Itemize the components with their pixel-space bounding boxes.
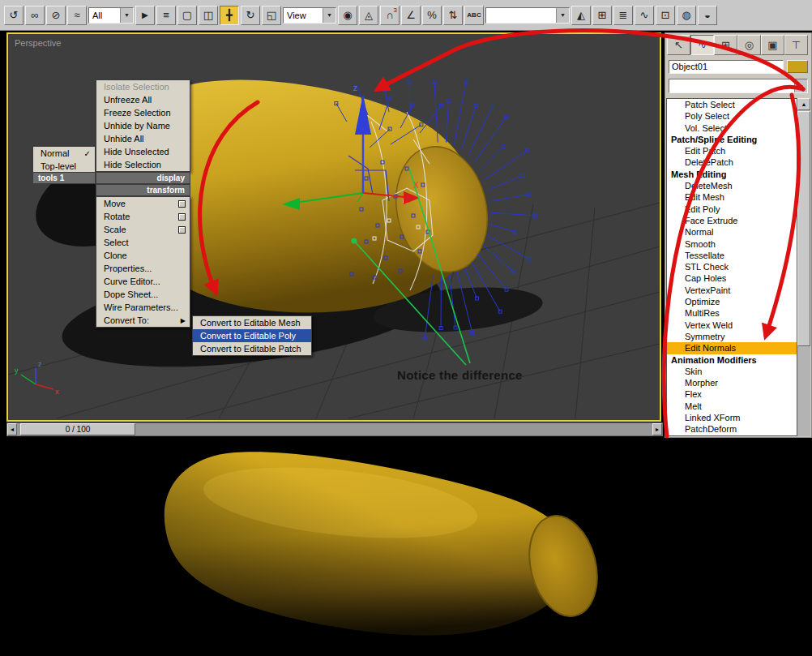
undo-icon[interactable]: ↺ <box>4 6 24 25</box>
align-icon[interactable]: ⊞ <box>592 6 612 25</box>
modifier-list-item[interactable]: Edit Mesh <box>667 191 797 203</box>
modifier-list-item[interactable]: PathDeform <box>667 435 797 436</box>
settings-box-icon[interactable] <box>178 226 186 234</box>
select-and-rotate-icon[interactable]: ↻ <box>241 6 260 25</box>
modifier-list-item[interactable]: Smooth <box>667 238 797 250</box>
modifier-list-scrollbar[interactable]: ▲ <box>797 98 810 436</box>
menu-item-hide-unselected[interactable]: Hide Unselected <box>96 145 190 158</box>
menu-item-wire-parameters[interactable]: Wire Parameters... <box>96 301 190 314</box>
reference-coordinate-system-dropdown[interactable]: View▼ <box>283 7 336 24</box>
modifier-list-item[interactable]: PatchDeform <box>667 423 797 435</box>
bind-to-space-warp-icon[interactable]: ≈ <box>67 6 87 25</box>
menu-item-unhide-by-name[interactable]: Unhide by Name <box>96 119 190 132</box>
use-pivot-point-center-icon[interactable]: ◉ <box>338 6 357 25</box>
modifier-list-combobox[interactable]: ▼ <box>669 79 808 93</box>
menu-item-move[interactable]: Move <box>96 197 190 210</box>
menu-item-unhide-all[interactable]: Unhide All <box>96 132 190 145</box>
timeline-prev-frame-button[interactable]: ◂ <box>7 423 17 435</box>
menu-item-unfreeze-all[interactable]: Unfreeze All <box>96 93 190 106</box>
modifier-list-item[interactable]: Symmetry <box>667 331 797 342</box>
dropdown-arrow-icon[interactable]: ▼ <box>120 8 133 23</box>
modifier-list-item[interactable]: Morpher <box>667 377 797 388</box>
schematic-view-icon[interactable]: ⊡ <box>656 6 675 25</box>
settings-box-icon[interactable] <box>178 213 186 221</box>
menu-item-select[interactable]: Select <box>96 236 190 249</box>
window-crossing-toggle-icon[interactable]: ◫ <box>199 6 218 25</box>
selection-filter-dropdown[interactable]: All▼ <box>88 7 134 24</box>
named-selection-sets-dropdown[interactable]: ▼ <box>485 7 570 24</box>
curve-editor-icon[interactable]: ∿ <box>635 6 654 25</box>
modifier-list-item[interactable]: Tessellate <box>667 250 797 261</box>
mirror-icon[interactable]: ◭ <box>571 6 591 25</box>
select-and-uniform-scale-icon[interactable]: ◱ <box>262 6 281 25</box>
combobox-dropdown-arrow-icon[interactable]: ▼ <box>794 79 807 92</box>
scrollbar-thumb[interactable] <box>797 111 810 346</box>
snap-toggle-icon[interactable]: ∩3 <box>380 6 400 25</box>
menu-item-curve-editor[interactable]: Curve Editor... <box>96 275 190 288</box>
menu-item-top-level[interactable]: Top-level <box>33 160 95 173</box>
tab-create[interactable]: ↖ <box>667 35 690 55</box>
modifier-list-item[interactable]: Optimize <box>667 296 797 307</box>
settings-box-icon[interactable] <box>178 200 186 208</box>
menu-item-convert-to-editable-mesh[interactable]: Convert to Editable Mesh <box>193 316 311 329</box>
select-and-link-icon[interactable]: ∞ <box>25 6 45 25</box>
modifier-list-item[interactable]: STL Check <box>667 261 797 272</box>
render-scene-icon[interactable]: ◒ <box>698 6 717 25</box>
modifier-list-item[interactable]: Skin <box>667 366 797 377</box>
angle-snap-toggle-icon[interactable]: ∠ <box>401 6 421 25</box>
menu-item-freeze-selection[interactable]: Freeze Selection <box>96 106 190 119</box>
menu-item-dope-sheet[interactable]: Dope Sheet... <box>96 288 190 301</box>
modifier-list-item[interactable]: MultiRes <box>667 307 797 319</box>
modifier-list-item[interactable]: Linked XForm <box>667 412 797 423</box>
modifier-list-item[interactable]: Patch Select <box>667 99 797 110</box>
dropdown-arrow-icon[interactable]: ▼ <box>323 8 335 23</box>
modifier-list-item[interactable]: Vertex Weld <box>667 319 797 331</box>
select-object-icon[interactable]: ► <box>135 6 155 25</box>
modifier-list-item[interactable]: Face Extrude <box>667 215 797 226</box>
dropdown-arrow-icon[interactable]: ▼ <box>556 8 569 23</box>
modifier-list-item[interactable]: Poly Select <box>667 110 797 122</box>
modifier-list-item[interactable]: DeleteMesh <box>667 180 797 191</box>
viewport-perspective[interactable]: X z z x y Perspective Notice the differe… <box>6 32 661 422</box>
layer-manager-icon[interactable]: ≣ <box>613 6 633 25</box>
menu-item-convert-to[interactable]: Convert To:▶ <box>96 314 190 327</box>
object-name-field[interactable]: Object01 <box>669 60 784 74</box>
spinner-snap-toggle-icon[interactable]: ⇅ <box>443 6 463 25</box>
modifier-list-item[interactable]: Melt <box>667 401 797 412</box>
modifier-list-item[interactable]: Flex <box>667 388 797 400</box>
time-slider[interactable]: 0 / 100 <box>20 423 135 435</box>
menu-item-properties[interactable]: Properties... <box>96 262 190 275</box>
menu-item-clone[interactable]: Clone <box>96 249 190 262</box>
tab-display[interactable]: ▣ <box>761 35 784 55</box>
menu-item-hide-selection[interactable]: Hide Selection <box>96 158 190 171</box>
modifier-list-item[interactable]: Edit Poly <box>667 204 797 215</box>
modifier-list-item[interactable]: Normal <box>667 226 797 238</box>
object-color-swatch[interactable] <box>787 60 808 73</box>
tab-modify[interactable]: ∿ <box>690 35 714 55</box>
menu-item-convert-to-editable-patch[interactable]: Convert to Editable Patch <box>193 342 311 355</box>
tab-motion[interactable]: ◎ <box>737 35 761 55</box>
modifier-list-item[interactable]: Edit Normals <box>667 342 797 354</box>
select-and-move-icon[interactable]: ╋ <box>220 6 239 25</box>
modifier-list-item[interactable]: Cap Holes <box>667 272 797 284</box>
unlink-selection-icon[interactable]: ⊘ <box>46 6 66 25</box>
menu-item-normal[interactable]: Normal✓ <box>33 147 95 160</box>
material-editor-icon[interactable]: ◍ <box>677 6 696 25</box>
timeline-track[interactable]: 0 / 100 <box>17 423 652 435</box>
timeline-next-frame-button[interactable]: ▸ <box>652 423 662 435</box>
percent-snap-toggle-icon[interactable]: % <box>422 6 442 25</box>
modifier-list-item[interactable]: Vol. Select <box>667 122 797 134</box>
modifier-list-item[interactable]: VertexPaint <box>667 285 797 296</box>
tab-hierarchy[interactable]: ⊞ <box>714 35 737 55</box>
modifier-list-item[interactable]: DeletePatch <box>667 156 797 168</box>
select-by-name-icon[interactable]: ≡ <box>156 6 176 25</box>
menu-item-convert-to-editable-poly[interactable]: Convert to Editable Poly <box>193 329 311 342</box>
menu-item-rotate[interactable]: Rotate <box>96 210 190 223</box>
keyboard-shortcut-override-toggle-icon[interactable]: ABC <box>464 6 484 25</box>
tab-utilities[interactable]: ⊤ <box>784 35 808 55</box>
scrollbar-up-arrow-icon[interactable]: ▲ <box>797 98 810 110</box>
menu-item-scale[interactable]: Scale <box>96 223 190 236</box>
modifier-list-item[interactable]: Edit Patch <box>667 145 797 156</box>
select-and-manipulate-icon[interactable]: ◬ <box>359 6 378 25</box>
rectangular-selection-region-icon[interactable]: ▢ <box>177 6 197 25</box>
